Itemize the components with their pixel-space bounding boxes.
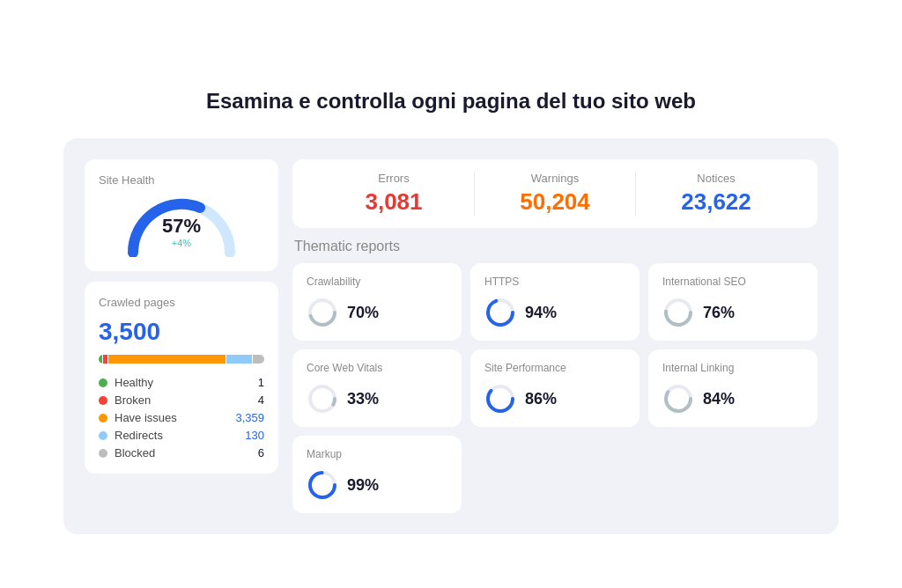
stat-warnings: Warnings 50,204 bbox=[474, 172, 635, 216]
dot-blocked bbox=[99, 449, 107, 458]
dot-issues bbox=[99, 414, 107, 423]
https-percent: 94% bbox=[525, 304, 557, 322]
crawlability-label: Crawlability bbox=[307, 276, 447, 288]
crawled-pages-label: Crawled pages bbox=[99, 296, 264, 309]
left-column: Site Health 57% +4% Crawled page bbox=[85, 159, 278, 513]
international-seo-row: 76% bbox=[662, 297, 803, 328]
crawlability-donut bbox=[307, 297, 338, 328]
https-label: HTTPS bbox=[484, 276, 625, 288]
legend-redirects: Redirects 130 bbox=[99, 429, 264, 442]
segment-redirects bbox=[226, 355, 252, 364]
stat-errors: Errors 3,081 bbox=[314, 172, 474, 216]
site-performance-percent: 86% bbox=[525, 390, 557, 408]
gauge-change: +4% bbox=[162, 238, 201, 248]
dot-broken bbox=[99, 396, 107, 405]
reports-grid: Crawlability 70% HTTPS bbox=[292, 263, 817, 513]
report-https: HTTPS 94% bbox=[470, 263, 640, 341]
legend-broken-label: Broken bbox=[115, 393, 151, 407]
core-web-vitals-donut bbox=[307, 383, 338, 415]
notices-value: 23,622 bbox=[636, 188, 796, 216]
right-column: Errors 3,081 Warnings 50,204 Notices 23,… bbox=[292, 159, 817, 513]
progress-bar bbox=[99, 355, 264, 364]
dot-redirects bbox=[99, 431, 107, 440]
site-performance-donut bbox=[484, 383, 516, 415]
gauge-text: 57% +4% bbox=[162, 215, 201, 248]
legend-blocked-label: Blocked bbox=[115, 446, 155, 459]
legend-list: Healthy 1 Broken 4 Have issues 3,359 bbox=[99, 376, 264, 459]
international-seo-percent: 76% bbox=[703, 304, 735, 322]
stats-row: Errors 3,081 Warnings 50,204 Notices 23,… bbox=[292, 159, 817, 228]
report-international-seo: International SEO 76% bbox=[648, 263, 817, 341]
legend-healthy: Healthy 1 bbox=[99, 376, 264, 389]
https-row: 94% bbox=[484, 297, 625, 328]
markup-percent: 99% bbox=[347, 476, 379, 495]
https-donut bbox=[484, 297, 516, 328]
markup-label: Markup bbox=[307, 448, 447, 460]
report-site-performance: Site Performance 86% bbox=[470, 349, 640, 427]
legend-issues-label: Have issues bbox=[115, 411, 177, 424]
internal-linking-label: Internal Linking bbox=[662, 362, 803, 374]
gauge-container: 57% +4% bbox=[99, 195, 264, 257]
crawled-count: 3,500 bbox=[99, 318, 264, 346]
report-markup: Markup 99% bbox=[292, 436, 462, 513]
warnings-value: 50,204 bbox=[475, 188, 635, 216]
warnings-label: Warnings bbox=[475, 172, 635, 185]
page-title: Esamina e controlla ogni pagina del tuo … bbox=[206, 89, 696, 114]
site-health-label: Site Health bbox=[99, 173, 264, 187]
legend-healthy-count: 1 bbox=[258, 376, 264, 389]
errors-label: Errors bbox=[314, 172, 474, 185]
markup-row: 99% bbox=[307, 469, 447, 501]
report-internal-linking: Internal Linking 84% bbox=[648, 349, 817, 427]
legend-broken: Broken 4 bbox=[99, 393, 264, 407]
stat-notices: Notices 23,622 bbox=[635, 172, 796, 216]
segment-broken bbox=[103, 355, 108, 364]
segment-issues bbox=[108, 355, 226, 364]
report-crawlability: Crawlability 70% bbox=[292, 263, 462, 341]
segment-healthy bbox=[99, 355, 102, 364]
report-core-web-vitals: Core Web Vitals 33% bbox=[292, 349, 462, 427]
markup-donut bbox=[307, 469, 338, 501]
legend-issues-count: 3,359 bbox=[235, 411, 264, 424]
dashboard: Site Health 57% +4% Crawled page bbox=[63, 138, 839, 534]
legend-blocked-count: 6 bbox=[258, 446, 264, 459]
crawlability-percent: 70% bbox=[347, 304, 379, 322]
page-wrapper: Esamina e controlla ogni pagina del tuo … bbox=[18, 18, 884, 588]
thematic-section: Thematic reports Crawlability 70% bbox=[292, 239, 817, 513]
core-web-vitals-label: Core Web Vitals bbox=[307, 362, 447, 374]
svg-point-6 bbox=[310, 386, 335, 411]
legend-broken-count: 4 bbox=[258, 393, 264, 407]
notices-label: Notices bbox=[636, 172, 796, 185]
site-health-card: Site Health 57% +4% bbox=[85, 159, 278, 271]
dot-healthy bbox=[99, 379, 107, 387]
core-web-vitals-percent: 33% bbox=[347, 390, 379, 408]
crawled-pages-card: Crawled pages 3,500 Healthy 1 bbox=[85, 282, 278, 474]
segment-blocked bbox=[253, 355, 264, 364]
international-seo-donut bbox=[662, 297, 694, 328]
gauge-percent: 57% bbox=[162, 215, 201, 237]
crawlability-row: 70% bbox=[307, 297, 447, 328]
legend-issues: Have issues 3,359 bbox=[99, 411, 264, 424]
legend-healthy-label: Healthy bbox=[115, 376, 153, 389]
legend-blocked: Blocked 6 bbox=[99, 446, 264, 459]
core-web-vitals-row: 33% bbox=[307, 383, 447, 415]
site-performance-row: 86% bbox=[484, 383, 625, 415]
errors-value: 3,081 bbox=[314, 188, 474, 216]
site-performance-label: Site Performance bbox=[484, 362, 625, 374]
legend-redirects-label: Redirects bbox=[115, 429, 163, 442]
thematic-title: Thematic reports bbox=[292, 239, 817, 254]
international-seo-label: International SEO bbox=[662, 276, 803, 288]
internal-linking-donut bbox=[662, 383, 694, 415]
legend-redirects-count: 130 bbox=[245, 429, 264, 442]
internal-linking-percent: 84% bbox=[703, 390, 735, 408]
internal-linking-row: 84% bbox=[662, 383, 803, 415]
